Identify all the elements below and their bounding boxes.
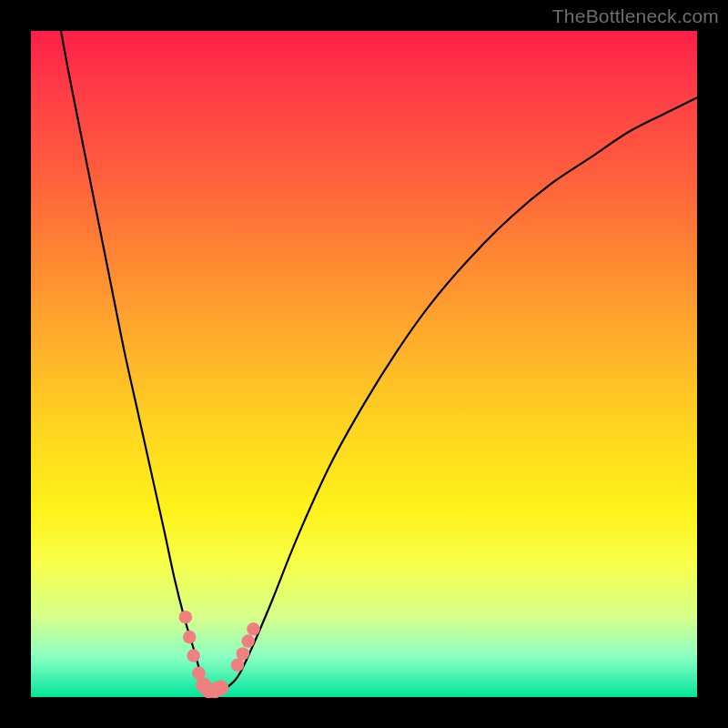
data-marker <box>231 659 244 672</box>
plot-area <box>31 31 697 697</box>
data-marker <box>179 611 193 624</box>
watermark-text: TheBottleneck.com <box>552 5 719 27</box>
data-marker <box>213 680 228 695</box>
chart-svg <box>31 31 697 697</box>
data-marker <box>187 649 200 662</box>
data-marker <box>183 631 197 644</box>
outer-frame: TheBottleneck.com <box>0 0 728 728</box>
data-marker <box>237 647 250 661</box>
data-marker <box>247 622 260 636</box>
data-marker <box>241 634 255 648</box>
bottleneck-curve <box>61 31 697 691</box>
data-markers <box>179 611 260 698</box>
